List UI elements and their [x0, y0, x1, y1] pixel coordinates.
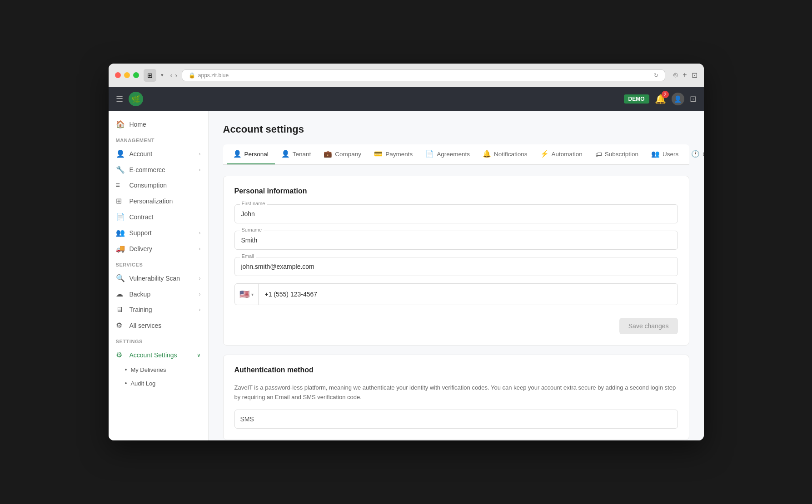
personalization-icon: ⊞ — [116, 197, 125, 205]
tab-automation-label: Automation — [552, 151, 583, 158]
top-nav: ☰ 🌿 DEMO 🔔 2 👤 ⊡ — [109, 87, 704, 111]
sidebar-item-account[interactable]: 👤 Account › — [109, 146, 208, 162]
my-deliveries-label: My Deliveries — [130, 366, 166, 373]
settings-section-label: SETTINGS — [109, 333, 208, 347]
personal-info-card: Personal information First name Surname … — [223, 176, 689, 346]
tab-dropdown[interactable]: ▾ — [161, 72, 164, 78]
sidebar-item-ecommerce[interactable]: 🔧 E-commerce › — [109, 162, 208, 178]
chevron-right-icon: › — [199, 151, 201, 157]
account-icon: 👤 — [116, 149, 125, 158]
reload-icon[interactable]: ↻ — [654, 72, 658, 79]
phone-chevron-icon: ▾ — [251, 292, 254, 297]
sidebar-personalization-label: Personalization — [130, 198, 173, 205]
maximize-button[interactable] — [133, 72, 139, 78]
sidebar-consumption-label: Consumption — [130, 182, 167, 189]
tab-users[interactable]: 👥 Users — [645, 144, 685, 164]
sms-option[interactable]: SMS — [234, 410, 678, 429]
address-bar[interactable]: 🔒 apps.zit.blue ↻ — [182, 69, 665, 81]
chevron-right-icon-6: › — [199, 291, 201, 297]
first-name-input[interactable] — [234, 204, 678, 223]
surname-label: Surname — [240, 227, 264, 232]
layout-icon[interactable]: ⊡ — [690, 94, 697, 104]
notifications-tab-icon: 🔔 — [483, 150, 491, 158]
auth-method-card: Authentication method ZaveIT is a passwo… — [223, 355, 689, 440]
tab-order-history[interactable]: 🕐 Order h... — [685, 144, 703, 164]
surname-input[interactable] — [234, 231, 678, 250]
surname-group: Surname — [234, 231, 678, 250]
share-icon[interactable]: ⎋ — [673, 71, 678, 79]
browser-chrome: ⊞ ▾ ‹ › 🔒 apps.zit.blue ↻ ⎋ + ⊡ — [109, 64, 704, 87]
hamburger-icon[interactable]: ☰ — [116, 94, 123, 104]
new-tab-icon[interactable]: + — [682, 71, 687, 79]
sidebar-item-personalization[interactable]: ⊞ Personalization — [109, 193, 208, 209]
tab-personal[interactable]: 👤 Personal — [227, 144, 275, 164]
page-content: Account settings 👤 Personal 👤 Tenant 💼 C… — [209, 111, 704, 440]
save-changes-row: Save changes — [234, 312, 678, 334]
tenant-tab-icon: 👤 — [281, 150, 290, 158]
url-text: apps.zit.blue — [198, 72, 229, 79]
back-button[interactable]: ‹ — [170, 72, 173, 79]
email-label: Email — [240, 253, 256, 259]
tab-subscription[interactable]: 🏷 Subscription — [589, 144, 645, 164]
sidebar-ecommerce-label: E-commerce — [130, 166, 165, 173]
phone-field: 🇺🇸 ▾ — [234, 283, 678, 305]
notifications-icon[interactable]: 🔔 2 — [655, 94, 666, 104]
consumption-icon: ≡ — [116, 181, 125, 189]
phone-input[interactable] — [259, 285, 677, 303]
sidebar-sub-audit-log[interactable]: Audit Log — [109, 376, 208, 390]
phone-country-selector[interactable]: 🇺🇸 ▾ — [235, 284, 259, 305]
tab-payments[interactable]: 💳 Payments — [368, 144, 419, 164]
sidebar-item-home[interactable]: 🏠 Home — [109, 116, 208, 132]
email-group: Email — [234, 257, 678, 276]
sidebar-item-vuln-scan[interactable]: 🔍 Vulnerability Scan › — [109, 270, 208, 286]
all-services-icon: ⚙ — [116, 321, 125, 330]
sidebar-item-contract[interactable]: 📄 Contract — [109, 209, 208, 225]
payments-tab-icon: 💳 — [374, 150, 383, 158]
sidebar-contract-label: Contract — [130, 213, 154, 221]
minimize-button[interactable] — [124, 72, 130, 78]
subscription-tab-icon: 🏷 — [595, 150, 602, 158]
browser-actions: ⎋ + ⊡ — [673, 71, 697, 79]
tab-notifications-label: Notifications — [494, 151, 528, 158]
close-button[interactable] — [115, 72, 121, 78]
company-tab-icon: 💼 — [324, 150, 332, 158]
save-changes-button[interactable]: Save changes — [619, 318, 678, 334]
auth-method-title: Authentication method — [234, 366, 678, 374]
sidebar-item-backup[interactable]: ☁ Backup › — [109, 286, 208, 302]
logo-icon: 🌿 — [131, 95, 140, 104]
tab-company[interactable]: 💼 Company — [317, 144, 368, 164]
delivery-icon: 🚚 — [116, 244, 125, 253]
sidebar-support-label: Support — [130, 229, 152, 237]
chevron-right-icon-4: › — [199, 246, 201, 252]
sidebar-sub-my-deliveries[interactable]: My Deliveries — [109, 363, 208, 376]
sidebar-training-label: Training — [130, 306, 152, 313]
sidebar-item-account-settings[interactable]: ⚙ Account Settings ∨ — [109, 347, 208, 363]
app-logo: 🌿 — [129, 92, 143, 106]
sidebar-item-all-services[interactable]: ⚙ All services — [109, 317, 208, 333]
tab-agreements[interactable]: 📄 Agreements — [419, 144, 476, 164]
backup-icon: ☁ — [116, 290, 125, 298]
sidebar-item-consumption[interactable]: ≡ Consumption — [109, 178, 208, 193]
home-icon: 🏠 — [116, 120, 125, 128]
avatar[interactable]: 👤 — [672, 93, 684, 105]
tab-automation[interactable]: ⚡ Automation — [534, 144, 589, 164]
sidebar: 🏠 Home MANAGEMENT 👤 Account › 🔧 E-commer… — [109, 111, 209, 440]
sidebar-item-training[interactable]: 🖥 Training › — [109, 302, 208, 317]
tab-subscription-label: Subscription — [605, 151, 638, 158]
tabs-bar: 👤 Personal 👤 Tenant 💼 Company 💳 Payments — [223, 144, 689, 165]
sidebar-toggle-icon[interactable]: ⊡ — [692, 71, 697, 79]
security-icon: 🔒 — [189, 72, 195, 79]
tab-tenant[interactable]: 👤 Tenant — [275, 144, 318, 164]
chevron-right-icon-2: › — [199, 167, 201, 173]
sidebar-item-support[interactable]: 👥 Support › — [109, 225, 208, 241]
sidebar-vuln-scan-label: Vulnerability Scan — [130, 275, 180, 282]
tab-notifications[interactable]: 🔔 Notifications — [476, 144, 534, 164]
email-input[interactable] — [234, 257, 678, 276]
sidebar-account-settings-label: Account Settings — [130, 351, 177, 359]
chevron-right-icon-7: › — [199, 306, 201, 313]
notification-count: 2 — [662, 91, 669, 98]
auth-description: ZaveIT is a password-less platform, mean… — [234, 383, 678, 402]
tab-icon: ⊞ — [144, 69, 156, 82]
sidebar-item-delivery[interactable]: 🚚 Delivery › — [109, 241, 208, 257]
forward-button[interactable]: › — [175, 72, 177, 79]
